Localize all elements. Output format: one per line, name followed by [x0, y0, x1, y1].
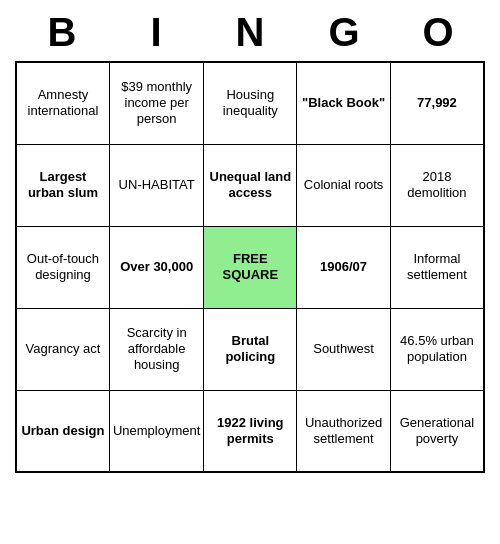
cell-r1-c4: 2018 demolition: [390, 144, 484, 226]
bingo-grid: Amnesty international$39 monthly income …: [15, 61, 485, 473]
cell-r0-c0: Amnesty international: [16, 62, 109, 144]
cell-r3-c1: Scarcity in affordable housing: [109, 308, 203, 390]
cell-r3-c0: Vagrancy act: [16, 308, 109, 390]
cell-r1-c3: Colonial roots: [297, 144, 391, 226]
cell-r1-c1: UN-HABITAT: [109, 144, 203, 226]
cell-r1-c2: Unequal land access: [204, 144, 297, 226]
cell-r4-c4: Generational poverty: [390, 390, 484, 472]
letter-g: G: [301, 10, 387, 55]
cell-r0-c4: 77,992: [390, 62, 484, 144]
cell-r2-c3: 1906/07: [297, 226, 391, 308]
cell-r3-c3: Southwest: [297, 308, 391, 390]
letter-o: O: [395, 10, 481, 55]
cell-r2-c2: FREE SQUARE: [204, 226, 297, 308]
cell-r3-c2: Brutal policing: [204, 308, 297, 390]
cell-r0-c3: "Black Book": [297, 62, 391, 144]
cell-r4-c2: 1922 living permits: [204, 390, 297, 472]
cell-r0-c1: $39 monthly income per person: [109, 62, 203, 144]
cell-r3-c4: 46.5% urban population: [390, 308, 484, 390]
cell-r4-c0: Urban design: [16, 390, 109, 472]
letter-n: N: [207, 10, 293, 55]
letter-b: B: [19, 10, 105, 55]
cell-r1-c0: Largest urban slum: [16, 144, 109, 226]
letter-i: I: [113, 10, 199, 55]
cell-r4-c3: Unauthorized settlement: [297, 390, 391, 472]
bingo-header: B I N G O: [15, 0, 485, 61]
cell-r2-c1: Over 30,000: [109, 226, 203, 308]
cell-r2-c0: Out-of-touch designing: [16, 226, 109, 308]
cell-r0-c2: Housing inequality: [204, 62, 297, 144]
cell-r4-c1: Unemployment: [109, 390, 203, 472]
cell-r2-c4: Informal settlement: [390, 226, 484, 308]
